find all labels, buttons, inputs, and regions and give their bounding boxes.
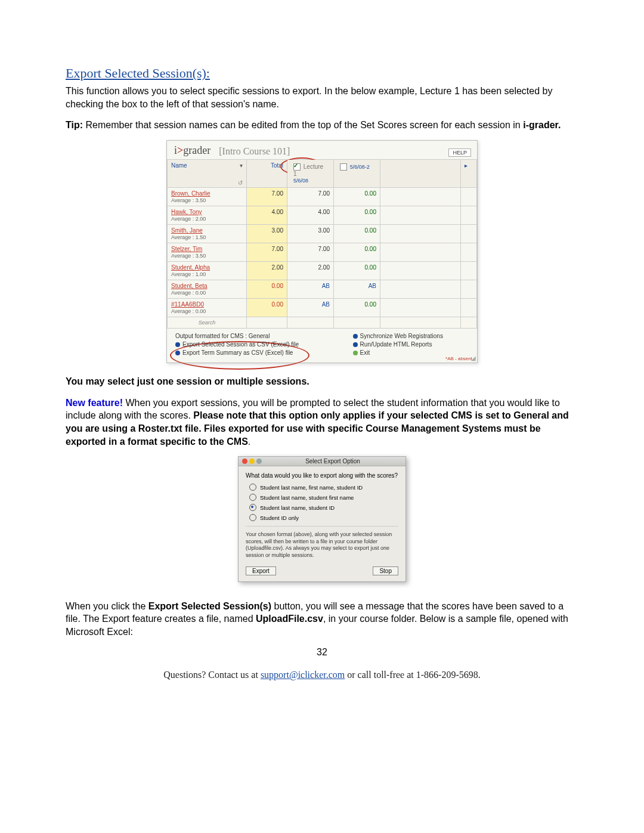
radio-option-1[interactable]: Student last name, first name, student I… (249, 484, 398, 491)
igrader-window: i>grader [Intro Course 101] HELP Name ▾ … (166, 140, 478, 363)
dialog-question: What data would you like to export along… (246, 472, 398, 479)
cell-total: 0.00 (247, 299, 287, 317)
cell-s1: AB (287, 299, 334, 317)
support-email-link[interactable]: support@iclicker.com (261, 670, 345, 680)
tip-bold-igrader: i-grader. (523, 120, 561, 130)
cell-total: 3.00 (247, 225, 287, 243)
student-link[interactable]: Student, Beta (171, 283, 243, 289)
search-cell[interactable]: Search (168, 317, 247, 329)
footer-text-a: Questions? Contact us at (163, 670, 261, 680)
radio-icon[interactable] (249, 514, 256, 521)
radio-option-2[interactable]: Student last name, student first name (249, 494, 398, 501)
header-session-1[interactable]: Lecture 1 5/6/08 (287, 159, 334, 187)
student-avg: Average : 3.50 (171, 253, 206, 259)
dialog-titlebar: Select Export Option (239, 457, 405, 466)
zoom-traffic-icon[interactable] (256, 459, 262, 464)
divider (246, 526, 398, 527)
redo-arrow-icon[interactable]: ↺ (238, 179, 243, 186)
session2-label: 5/6/08-2 (350, 164, 370, 170)
cell-total: 2.00 (247, 262, 287, 280)
session1-checkbox[interactable] (293, 163, 301, 171)
session2-checkbox[interactable] (340, 163, 347, 171)
header-spacer (380, 159, 461, 187)
table-row: Student, AlphaAverage : 1.00 2.00 2.00 0… (168, 262, 477, 280)
export-term-label: Export Term Summary as CSV (Excel) file (182, 349, 293, 356)
radio-icon[interactable] (249, 494, 256, 501)
new-feature-label: New feature! (66, 398, 123, 408)
student-avg: Average : 0.00 (171, 290, 206, 296)
header-session-2[interactable]: 5/6/08-2 (334, 159, 380, 187)
after-dialog-paragraph: When you click the Export Selected Sessi… (66, 600, 578, 639)
tip-label: Tip: (66, 120, 83, 130)
export-option-dialog: Select Export Option What data would you… (238, 456, 406, 582)
cell-total: 7.00 (247, 243, 287, 262)
igrader-titlebar: i>grader [Intro Course 101] HELP (167, 141, 477, 159)
export-selected-button[interactable]: Export Selected Session as CSV (Excel) f… (175, 341, 353, 348)
run-reports-button[interactable]: Run/Update HTML Reports (353, 341, 471, 348)
radio-label: Student ID only (260, 515, 299, 521)
header-total[interactable]: Total (247, 159, 287, 187)
course-name: [Intro Course 101] (219, 146, 290, 157)
exit-button[interactable]: Exit (353, 349, 471, 356)
cell-s2: 0.00 (334, 188, 380, 206)
cell-s2: 0.00 (334, 299, 380, 317)
student-link[interactable]: Stelzer, Tim (171, 246, 243, 252)
table-header-row: Name ▾ ↺ Total Lecture 1 5/6/08 5/6/08-2 (168, 159, 477, 187)
export-button[interactable]: Export (246, 566, 276, 575)
help-button[interactable]: HELP (448, 148, 471, 157)
intro-paragraph: This function allows you to select speci… (66, 85, 578, 110)
student-link[interactable]: Student, Alpha (171, 264, 243, 271)
student-link[interactable]: Brown, Charlie (171, 190, 243, 197)
cell-s1: 4.00 (287, 206, 334, 225)
cell-s2: 0.00 (334, 206, 380, 225)
igrader-footer: Output formatted for CMS : General Expor… (167, 329, 477, 363)
student-avg: Average : 2.00 (171, 216, 206, 222)
sort-caret-icon[interactable]: ▾ (240, 162, 243, 169)
footer-text-b: or call toll-free at 1-866-209-5698. (345, 670, 480, 680)
radio-option-4[interactable]: Student ID only (249, 514, 398, 521)
after-1d: UploadFile.csv (256, 614, 323, 624)
export-selected-label: Export Selected Session as CSV (Excel) f… (182, 341, 299, 348)
close-traffic-icon[interactable] (242, 459, 247, 464)
cell-total: 0.00 (247, 280, 287, 299)
page-footer: Questions? Contact us at support@iclicke… (66, 670, 578, 680)
after-1a: When you click the (66, 601, 148, 611)
cell-s2: AB (334, 280, 380, 299)
table-row: Smith, JaneAverage : 1.50 3.00 3.00 0.00 (168, 225, 477, 243)
cell-s1: AB (287, 280, 334, 299)
table-row: Brown, CharlieAverage : 3.50 7.00 7.00 0… (168, 188, 477, 206)
dialog-note: Your chosen format (above), along with y… (246, 531, 398, 559)
radio-icon[interactable] (249, 484, 256, 491)
header-name[interactable]: Name ▾ ↺ (168, 159, 247, 187)
radio-icon[interactable] (249, 504, 256, 511)
cell-total: 7.00 (247, 188, 287, 206)
search-row: Search (168, 317, 477, 329)
run-reports-label: Run/Update HTML Reports (360, 341, 432, 348)
export-term-button[interactable]: Export Term Summary as CSV (Excel) file (175, 349, 353, 356)
grades-table: Name ▾ ↺ Total Lecture 1 5/6/08 5/6/08-2 (167, 159, 477, 329)
bullet-icon (353, 342, 358, 347)
cell-s2: 0.00 (334, 262, 380, 280)
sync-button[interactable]: Synchronize Web Registrations (353, 333, 471, 339)
bullet-icon (175, 351, 180, 355)
ab-footnote: *AB - absent (445, 356, 472, 361)
minimize-traffic-icon[interactable] (249, 459, 255, 464)
cell-s2: 0.00 (334, 225, 380, 243)
resize-grip-icon[interactable]: ◢ (471, 355, 476, 361)
student-avg: Average : 1.00 (171, 271, 206, 277)
radio-option-3[interactable]: Student last name, student ID (249, 504, 398, 511)
tip-paragraph: Tip: Remember that session names can be … (66, 119, 578, 132)
page-number: 32 (66, 647, 578, 658)
student-link[interactable]: Hawk, Tony (171, 209, 243, 215)
tip-body: Remember that session names can be edite… (83, 120, 523, 130)
student-avg: Average : 1.50 (171, 234, 206, 240)
dialog-title: Select Export Option (264, 458, 402, 465)
bullet-icon (353, 334, 358, 339)
logo-grader: grader (183, 144, 210, 156)
student-link[interactable]: Smith, Jane (171, 227, 243, 234)
igrader-logo: i>grader (174, 144, 210, 157)
cell-s1: 7.00 (287, 243, 334, 262)
stop-button[interactable]: Stop (373, 566, 398, 575)
scroll-right-button[interactable]: ▸ (461, 159, 477, 187)
student-link[interactable]: #11AA6BD0 (171, 301, 243, 308)
